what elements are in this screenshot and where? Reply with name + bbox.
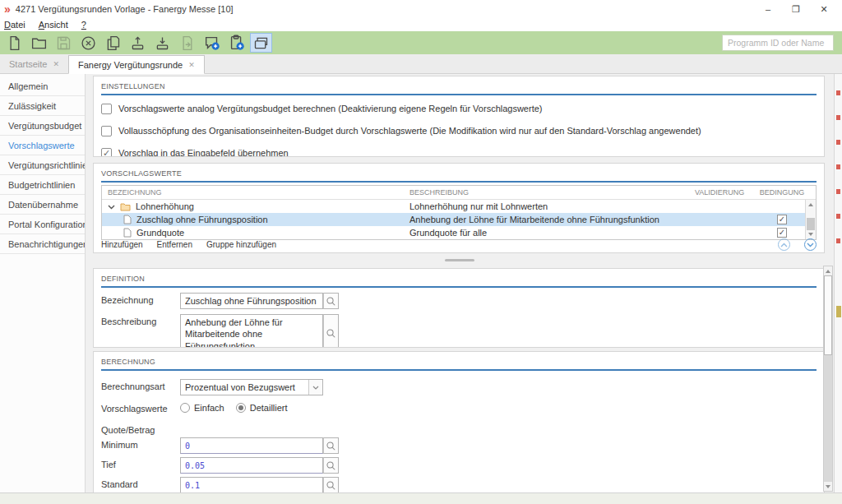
add-comment-button[interactable]: [201, 33, 223, 53]
scroll-down-icon[interactable]: [808, 233, 813, 236]
splitter-handle-icon[interactable]: [445, 259, 474, 261]
table-header: BEZEICHNUNG BESCHREIBUNG VALIDIERUNG BED…: [102, 186, 816, 200]
folder-icon: [120, 202, 131, 211]
section-title: BERECHNUNG: [94, 352, 824, 369]
bedingung-checkbox[interactable]: ✓: [777, 215, 787, 224]
scrollbar-thumb[interactable]: [824, 275, 832, 355]
checkbox-analog-budget[interactable]: [101, 104, 112, 114]
section-accent-line: [101, 94, 817, 95]
maximize-button[interactable]: ❐: [782, 1, 810, 17]
sidebar-item-datenuebernahme[interactable]: Datenübernahme: [0, 195, 85, 215]
berechnungsart-select[interactable]: Prozentual von Bezugswert: [180, 379, 323, 395]
lookup-button[interactable]: [323, 293, 339, 309]
menu-ansicht[interactable]: Ansicht: [39, 20, 68, 30]
bezeichnung-input[interactable]: [180, 293, 323, 309]
panel-vorschlagswerte: VORSCHLAGSWERTE BEZEICHNUNG BESCHREIBUNG…: [93, 163, 825, 253]
tief-input[interactable]: [180, 457, 323, 474]
field-row-standard: Standard: [101, 477, 824, 492]
sidebar-item-verguetungsbudget[interactable]: Vergütungsbudget: [0, 116, 85, 136]
sidebar-item-zulaessigkeit[interactable]: Zulässigkeit: [0, 96, 85, 116]
table-scrollbar[interactable]: [805, 200, 816, 239]
title-bar: » 4271 Vergütungsrunden Vorlage - Fanerg…: [0, 0, 842, 18]
section-title: EINSTELLUNGEN: [94, 76, 824, 94]
entfernen-link[interactable]: Entfernen: [157, 240, 192, 249]
panel-splitter[interactable]: [86, 254, 833, 266]
radio-detailliert[interactable]: Detailliert: [236, 403, 288, 413]
window-controls: – ❐ ✕: [754, 1, 838, 17]
lookup-button[interactable]: [323, 314, 339, 348]
minimum-input[interactable]: [180, 437, 323, 454]
column-validierung[interactable]: VALIDIERUNG: [695, 188, 759, 197]
move-up-button[interactable]: [778, 238, 790, 251]
upload-button[interactable]: [127, 33, 149, 53]
scroll-up-icon: [826, 270, 830, 273]
checkbox-vollausschoepfung[interactable]: [101, 126, 112, 136]
menu-datei[interactable]: Datei: [4, 20, 25, 30]
scrollbar-thumb[interactable]: [807, 218, 815, 230]
close-button[interactable]: ✕: [810, 1, 838, 17]
expand-chevron-icon[interactable]: [108, 203, 115, 210]
bedingung-checkbox[interactable]: ✓: [777, 228, 787, 238]
scroll-up-icon[interactable]: [808, 203, 813, 206]
minimize-button[interactable]: –: [754, 1, 782, 17]
window-stack-button[interactable]: [250, 33, 272, 53]
lookup-button[interactable]: [323, 457, 339, 474]
scroll-down-icon: [826, 485, 830, 488]
check-icon: ✓: [103, 149, 110, 158]
sidebar-item-allgemein[interactable]: Allgemein: [0, 76, 85, 96]
section-title: VORSCHLAGSWERTE: [94, 164, 824, 181]
beschreibung-textarea[interactable]: Anhebung der Löhne für Mitarbeitende ohn…: [180, 314, 323, 348]
checkbox-row: Vorschlagswerte analog Vergütungsbudget …: [101, 103, 817, 114]
check-icon: ✓: [779, 215, 785, 224]
radio-einfach[interactable]: Einfach: [180, 403, 224, 413]
scroll-down-button[interactable]: [824, 482, 832, 491]
copy-button[interactable]: [102, 33, 124, 53]
move-down-button[interactable]: [804, 238, 817, 251]
vertical-scrollbar[interactable]: [823, 266, 833, 492]
search-input[interactable]: [722, 35, 834, 51]
section-title: DEFINITION: [94, 269, 824, 286]
tab-startseite[interactable]: Startseite ✕: [0, 55, 68, 73]
add-clipboard-button[interactable]: [225, 33, 248, 53]
sidebar-item-portal-konfiguration[interactable]: Portal Konfiguration: [0, 215, 85, 234]
tab-close-icon[interactable]: ✕: [53, 60, 59, 68]
tab-fanergy-verguetungsrunde[interactable]: Fanergy Vergütungsrunde ✕: [68, 55, 205, 74]
checkbox-vorschlag-uebernehmen[interactable]: ✓: [101, 148, 112, 158]
standard-input[interactable]: [180, 477, 323, 492]
error-marker: [836, 115, 840, 120]
sidebar-item-vorschlagswerte[interactable]: Vorschlagswerte: [0, 136, 85, 155]
download-button[interactable]: [151, 33, 173, 53]
table-row[interactable]: Grundquote Grundquote für alle ✓: [102, 226, 816, 239]
new-document-button[interactable]: [3, 33, 25, 53]
open-folder-button[interactable]: [28, 33, 50, 53]
upload-icon: [129, 35, 146, 52]
column-beschreibung[interactable]: BESCHREIBUNG: [406, 188, 695, 197]
section-accent-line: [101, 286, 817, 288]
column-bedingung[interactable]: BEDINGUNG: [759, 188, 805, 197]
sidebar-item-benachrichtigungen[interactable]: Benachrichtigungen: [0, 234, 85, 254]
radio-icon[interactable]: [180, 403, 190, 413]
sidebar-item-budgetrichtlinien[interactable]: Budgetrichtlinien: [0, 175, 85, 195]
magnifier-icon: [326, 480, 336, 491]
save-button: [53, 33, 75, 53]
send-document-button: [176, 33, 198, 53]
app-icon: »: [4, 3, 11, 15]
lookup-button[interactable]: [323, 477, 339, 492]
warning-marker: [836, 306, 841, 317]
dropdown-button[interactable]: [308, 380, 322, 395]
column-bezeichnung[interactable]: BEZEICHNUNG: [102, 188, 406, 197]
tab-bar: Startseite ✕ Fanergy Vergütungsrunde ✕: [0, 54, 842, 74]
hinzufuegen-link[interactable]: Hinzufügen: [101, 240, 143, 249]
checkbox-row: ✓ Vorschlag in das Eingabefeld übernehme…: [101, 147, 817, 157]
table-row-group[interactable]: Lohnerhöhung Lohnerhöhung nur mit Lohnwe…: [102, 200, 816, 213]
lookup-button[interactable]: [323, 437, 339, 454]
table-row-selected[interactable]: Zuschlag ohne Führungsposition Anhebung …: [102, 213, 816, 226]
radio-selected-icon[interactable]: [236, 403, 246, 413]
menu-help[interactable]: ?: [81, 20, 86, 30]
cancel-button[interactable]: [77, 33, 99, 53]
field-row-berechnungsart: Berechnungsart Prozentual von Bezugswert: [101, 379, 824, 395]
scroll-up-button[interactable]: [824, 266, 832, 275]
tab-close-icon[interactable]: ✕: [188, 61, 195, 69]
gruppe-hinzufuegen-link[interactable]: Gruppe hinzufügen: [206, 240, 276, 249]
sidebar-item-verguetungsrichtlinien[interactable]: Vergütungsrichtlinien: [0, 155, 85, 175]
